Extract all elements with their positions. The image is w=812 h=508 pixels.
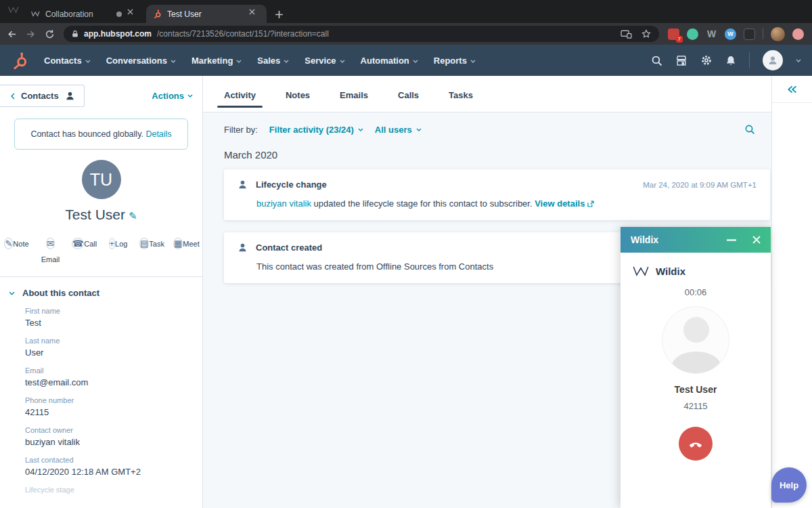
extension-badge: 7 <box>676 36 683 43</box>
nav-menu: Contacts Conversations Marketing Sales S… <box>44 56 476 66</box>
tab-title: Collaboration <box>45 9 111 19</box>
nav-item-conversations[interactable]: Conversations <box>106 56 176 66</box>
account-chevron-icon[interactable] <box>796 59 801 62</box>
quick-action-log[interactable]: +Log <box>106 235 131 265</box>
send-to-device-icon[interactable] <box>621 30 632 39</box>
minimize-icon[interactable] <box>727 239 736 241</box>
quick-action-task[interactable]: ▤Task <box>139 235 164 265</box>
filter-activity-dropdown[interactable]: Filter activity (23/24) <box>269 125 363 135</box>
callee-avatar-placeholder <box>662 306 729 374</box>
record-tabs: Activity Notes Emails Calls Tasks <box>203 76 771 112</box>
tab-close-icon[interactable] <box>249 9 260 20</box>
log-plus-icon: + <box>109 238 116 249</box>
browser-tab-collaboration[interactable]: Collaboration <box>24 5 145 23</box>
tab-calls[interactable]: Calls <box>398 90 419 112</box>
field-contact-owner: Contact owner buziyan vitalik <box>25 426 202 447</box>
tab-notes[interactable]: Notes <box>286 90 310 112</box>
wildix-logo-icon <box>633 266 650 276</box>
hangup-button[interactable] <box>679 427 713 461</box>
close-icon[interactable] <box>752 236 761 244</box>
extension-blue-icon[interactable]: W <box>725 28 736 40</box>
person-event-icon <box>238 179 248 190</box>
contact-person-icon <box>65 91 75 101</box>
alert-details-link[interactable]: Details <box>145 129 171 139</box>
email-icon: ✉ <box>46 238 55 249</box>
reload-icon[interactable] <box>45 29 55 39</box>
tab-title: Test User <box>167 9 244 19</box>
timeline-event-lifecycle-change: Lifecycle change Mar 24, 2020 at 9:09 AM… <box>224 169 770 220</box>
new-tab-button[interactable] <box>275 10 284 19</box>
address-bar[interactable]: app.hubspot.com /contacts/7213526/contac… <box>64 26 659 42</box>
contact-avatar: TU <box>82 160 121 199</box>
marketplace-icon[interactable] <box>675 55 687 66</box>
settings-gear-icon[interactable] <box>700 54 713 66</box>
note-icon: ✎ <box>4 238 13 249</box>
chevron-left-icon <box>11 93 15 100</box>
nav-item-automation[interactable]: Automation <box>361 56 418 66</box>
hubspot-navbar: Contacts Conversations Marketing Sales S… <box>0 45 812 76</box>
hubspot-logo-icon[interactable] <box>11 51 29 70</box>
nav-item-reports[interactable]: Reports <box>434 56 476 66</box>
call-icon: ☎ <box>72 238 84 249</box>
extension-mail-icon[interactable]: 7 <box>668 28 679 40</box>
about-section-toggle[interactable]: About this contact <box>0 277 202 298</box>
nav-item-contacts[interactable]: Contacts <box>44 56 91 66</box>
edit-name-icon[interactable]: ✎ <box>129 210 137 221</box>
extension-wildix-icon[interactable]: W <box>706 28 717 40</box>
lock-icon <box>72 30 78 38</box>
field-last-contacted: Last contacted 04/12/2020 12:18 AM GMT+2 <box>25 456 202 477</box>
nav-utilities <box>651 50 801 70</box>
event-body: buziyan vitalik updated the lifecycle st… <box>256 198 757 209</box>
field-lifecycle-stage: Lifecycle stage <box>25 486 202 494</box>
field-last-name: Last name User <box>25 337 202 358</box>
browser-menu-icon[interactable] <box>792 28 804 40</box>
collapse-panel-icon[interactable] <box>785 85 800 94</box>
account-avatar[interactable] <box>763 50 783 70</box>
field-first-name: First name Test <box>25 307 202 328</box>
help-button[interactable]: Help <box>771 467 807 503</box>
wildix-call-widget: Wildix Wildix 00:06 Test User 42115 <box>621 227 771 508</box>
extension-green-icon[interactable] <box>687 28 698 40</box>
field-email: Email test@email.com <box>25 366 202 387</box>
nav-item-sales[interactable]: Sales <box>257 56 289 66</box>
event-actor-link[interactable]: buziyan vitalik <box>256 198 311 209</box>
nav-item-service[interactable]: Service <box>304 56 344 66</box>
bookmark-star-icon[interactable] <box>641 29 651 39</box>
browser-profile-avatar[interactable] <box>771 27 785 41</box>
back-icon[interactable] <box>7 29 17 39</box>
tab-emails[interactable]: Emails <box>340 90 368 112</box>
task-icon: ▤ <box>139 238 149 249</box>
contact-name: Test User✎ <box>0 207 202 223</box>
nav-item-marketing[interactable]: Marketing <box>191 56 242 66</box>
quick-action-email[interactable]: ✉Email <box>38 235 63 265</box>
bounce-alert: Contact has bounced globally. Details <box>14 119 188 150</box>
search-icon[interactable] <box>651 55 662 66</box>
back-to-contacts-button[interactable]: Contacts <box>0 85 85 107</box>
extension-dark-icon[interactable] <box>744 28 755 40</box>
browser-tab-test-user[interactable]: Test User <box>146 5 267 23</box>
extensions-bar: 7 W W <box>668 27 804 41</box>
event-timestamp: Mar 24, 2020 at 9:09 AM GMT+1 <box>643 181 757 189</box>
right-rail <box>771 76 812 508</box>
forward-icon[interactable] <box>26 29 36 39</box>
timeline-search-icon[interactable] <box>744 124 755 135</box>
actions-dropdown[interactable]: Actions <box>152 91 193 101</box>
back-label: Contacts <box>21 91 59 101</box>
quick-action-meet[interactable]: ▦Meet <box>173 235 198 265</box>
tab-tasks[interactable]: Tasks <box>449 90 473 112</box>
event-title: Lifecycle change <box>256 179 327 190</box>
wildix-widget-header[interactable]: Wildix <box>621 227 771 253</box>
url-host: app.hubspot.com <box>84 29 152 39</box>
quick-action-note[interactable]: ✎Note <box>4 235 29 265</box>
tab-close-icon[interactable] <box>127 9 138 20</box>
quick-action-call[interactable]: ☎Call <box>72 235 97 265</box>
view-details-link[interactable]: View details <box>535 198 585 209</box>
tab-activity[interactable]: Activity <box>224 90 256 112</box>
tab-audio-indicator-icon <box>116 12 122 17</box>
url-path: /contacts/7213526/contact/151/?interacti… <box>157 29 615 39</box>
filter-row: Filter by: Filter activity (23/24) All u… <box>203 112 771 135</box>
contact-sidebar: Contacts Actions Contact has bounced glo… <box>0 76 203 508</box>
notifications-bell-icon[interactable] <box>725 55 736 66</box>
wildix-favicon <box>31 11 40 17</box>
filter-users-dropdown[interactable]: All users <box>375 125 422 135</box>
